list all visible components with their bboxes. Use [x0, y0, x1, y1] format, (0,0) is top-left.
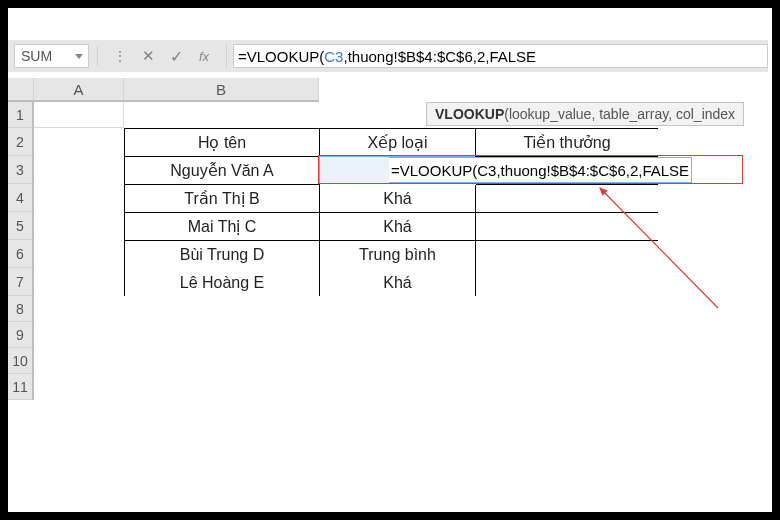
formula-bar: SUM ⋮ ✕ ✓ fx =VLOOKUP(C3,thuong!$B$4:$C$…: [8, 40, 768, 72]
row-header[interactable]: 3: [8, 156, 34, 184]
row-header[interactable]: 4: [8, 184, 34, 212]
data-table: Họ tên Xếp loại Tiền thưởng Nguyễn Văn A…: [124, 128, 658, 296]
cell-formula-overflow: =VLOOKUP(C3,thuong!$B$4:$C$6,2,FALSE: [389, 157, 692, 183]
table-cell[interactable]: [476, 269, 658, 296]
cancel-icon[interactable]: ✕: [138, 44, 158, 68]
chevron-down-icon[interactable]: [75, 54, 83, 59]
table-cell[interactable]: Khá: [320, 213, 476, 241]
table-cell[interactable]: Bùi Trung D: [125, 241, 320, 269]
row-header[interactable]: 9: [8, 322, 34, 348]
header-rank: Xếp loại: [320, 129, 476, 157]
row-header[interactable]: 10: [8, 348, 34, 374]
table-cell[interactable]: Nguyễn Văn A: [125, 157, 320, 185]
row-header[interactable]: 6: [8, 240, 34, 268]
confirm-icon[interactable]: ✓: [166, 44, 186, 68]
table-cell[interactable]: [476, 185, 658, 213]
row-header[interactable]: 11: [8, 374, 34, 400]
header-name: Họ tên: [125, 129, 320, 157]
table-cell[interactable]: [476, 241, 658, 269]
dots-icon: ⋮: [110, 44, 130, 68]
row-header[interactable]: 2: [8, 128, 34, 156]
formula-prefix: =VLOOKUP(: [238, 48, 324, 65]
spreadsheet-grid[interactable]: A B 1 2 3 4 5 6 7 8 9 10 11 Họ tên Xếp l…: [8, 78, 768, 478]
function-tooltip: VLOOKUP(lookup_value, table_array, col_i…: [426, 102, 744, 126]
name-box-value: SUM: [21, 48, 52, 64]
select-all-corner[interactable]: [8, 78, 34, 102]
row-header[interactable]: 8: [8, 296, 34, 322]
table-cell[interactable]: Mai Thị C: [125, 213, 320, 241]
table-cell[interactable]: Trung bình: [320, 241, 476, 269]
table-cell[interactable]: Trần Thị B: [125, 185, 320, 213]
formula-input[interactable]: =VLOOKUP(C3,thuong!$B$4:$C$6,2,FALSE: [233, 44, 768, 68]
row-header[interactable]: 7: [8, 268, 34, 296]
formula-suffix: ,thuong!$B$4:$C$6,2,FALSE: [343, 48, 536, 65]
row-header[interactable]: 1: [8, 102, 34, 128]
name-box[interactable]: SUM: [14, 44, 89, 68]
row-header[interactable]: 5: [8, 212, 34, 240]
table-cell[interactable]: [476, 213, 658, 241]
col-header-a[interactable]: A: [34, 78, 124, 102]
table-cell[interactable]: Khá: [320, 185, 476, 213]
table-cell[interactable]: Khá: [320, 269, 476, 296]
formula-ref: C3: [324, 48, 343, 65]
col-header-b[interactable]: B: [124, 78, 319, 102]
table-cell[interactable]: Lê Hoàng E: [125, 269, 320, 296]
header-bonus: Tiền thưởng: [476, 129, 658, 157]
fx-icon[interactable]: fx: [194, 44, 214, 68]
